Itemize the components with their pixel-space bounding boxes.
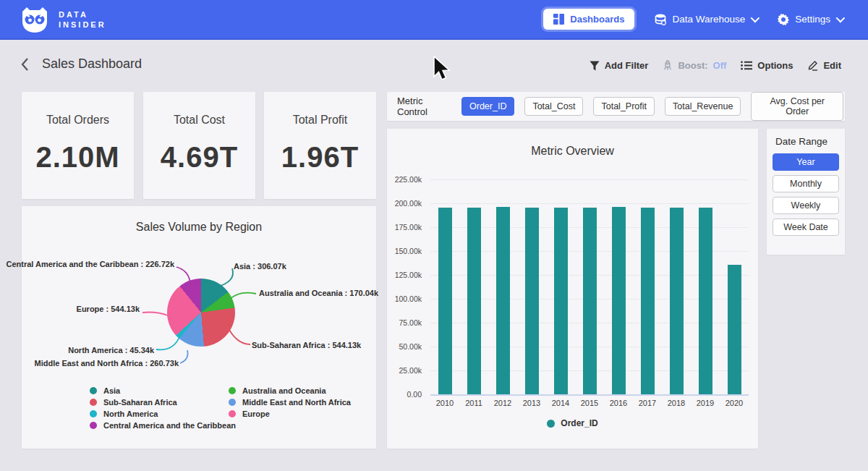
x-tick-label: 2011 bbox=[459, 399, 488, 407]
date-range-title: Date Range bbox=[775, 136, 839, 147]
kpi-card-total-orders: Total Orders 2.10M bbox=[22, 92, 134, 199]
legend-label: Asia bbox=[103, 386, 120, 395]
pie-legend-column-2: Australia and OceaniaMiddle East and Nor… bbox=[229, 385, 351, 420]
legend-dot bbox=[90, 410, 97, 417]
metric-chip-total-revenue[interactable]: Total_Revenue bbox=[665, 97, 741, 116]
y-tick-label: 25.00k bbox=[387, 366, 422, 375]
pie-legend-item[interactable]: Central America and the Caribbean bbox=[90, 420, 236, 431]
pie-callout-middle-east: Middle East and North Africa : 260.73k bbox=[35, 359, 179, 368]
dashboard-grid-icon bbox=[553, 14, 564, 25]
x-tick-label: 2012 bbox=[488, 399, 517, 407]
database-icon bbox=[655, 14, 666, 25]
filter-funnel-icon bbox=[590, 61, 600, 71]
chevron-down-icon bbox=[836, 14, 846, 23]
brand-text: DATA INSIDER bbox=[59, 9, 106, 30]
date-range-weekly-button[interactable]: Weekly bbox=[773, 197, 839, 214]
back-button[interactable] bbox=[20, 57, 29, 72]
y-tick-label: 0.00 bbox=[387, 390, 422, 399]
x-tick-label: 2010 bbox=[430, 399, 459, 407]
dashboards-button[interactable]: Dashboards bbox=[543, 9, 634, 30]
brand-line2: INSIDER bbox=[59, 20, 106, 30]
bar[interactable] bbox=[670, 208, 684, 394]
pie-callout-sub-saharan-africa: Sub-Saharan Africa : 544.13k bbox=[252, 341, 361, 349]
metric-chip-avg-cost-per-order[interactable]: Avg. Cost per Order bbox=[751, 92, 843, 121]
bar[interactable] bbox=[438, 208, 452, 394]
pie-legend-item[interactable]: Middle East and North Africa bbox=[229, 396, 351, 408]
chevron-down-icon bbox=[751, 14, 760, 23]
bar[interactable] bbox=[612, 207, 626, 394]
legend-dot bbox=[229, 399, 236, 406]
pie-legend-item[interactable]: Sub-Saharan Africa bbox=[90, 396, 236, 408]
pie-callout-central-america: Central America and the Caribbean : 226.… bbox=[6, 260, 174, 268]
pie-legend-item[interactable]: North America bbox=[90, 408, 236, 420]
bar[interactable] bbox=[467, 208, 481, 394]
pie-legend-item[interactable]: Asia bbox=[90, 385, 236, 396]
bar[interactable] bbox=[728, 265, 741, 394]
add-filter-label: Add Filter bbox=[605, 60, 649, 71]
bar[interactable] bbox=[699, 208, 712, 394]
boost-label: Boost: bbox=[678, 60, 707, 71]
brand: DATA INSIDER bbox=[20, 6, 106, 33]
metric-control-label: Metric Control bbox=[397, 96, 453, 117]
x-tick-label: 2016 bbox=[604, 399, 633, 407]
settings-label: Settings bbox=[795, 14, 830, 25]
legend-dot bbox=[90, 399, 97, 406]
pie-chart-title: Sales Volume by Region bbox=[22, 206, 376, 234]
kpi-card-total-profit: Total Profit 1.96T bbox=[264, 92, 376, 199]
metric-chip-total-profit[interactable]: Total_Profit bbox=[593, 97, 655, 116]
date-range-monthly-button[interactable]: Monthly bbox=[773, 175, 839, 192]
legend-label: Central America and the Caribbean bbox=[103, 421, 236, 430]
bar-x-axis: 2010201120122013201420152016201720182019… bbox=[430, 399, 749, 407]
bar-chart-legend: Order_ID bbox=[387, 418, 758, 428]
kpi-label: Total Cost bbox=[143, 114, 255, 127]
rocket-icon bbox=[663, 60, 673, 71]
legend-dot bbox=[90, 422, 97, 429]
dashboards-label: Dashboards bbox=[570, 14, 624, 25]
brand-line1: DATA bbox=[59, 9, 106, 20]
bar-series bbox=[430, 179, 749, 394]
y-tick-label: 100.00k bbox=[387, 294, 422, 303]
boost-toggle[interactable]: Boost: Off bbox=[663, 60, 726, 71]
gridline bbox=[430, 394, 749, 396]
date-range-week-date-button[interactable]: Week Date bbox=[773, 218, 839, 236]
kpi-label: Total Orders bbox=[22, 114, 134, 127]
options-label: Options bbox=[757, 60, 793, 71]
top-navbar: DATA INSIDER Dashboards Data Warehouse bbox=[0, 0, 868, 40]
x-tick-label: 2018 bbox=[662, 399, 691, 407]
kpi-value: 1.96T bbox=[264, 141, 376, 174]
metric-chip-total-cost[interactable]: Total_Cost bbox=[524, 97, 583, 116]
y-tick-label: 75.00k bbox=[387, 318, 422, 327]
metric-chip-order-id[interactable]: Order_ID bbox=[461, 97, 514, 116]
edit-button[interactable]: Edit bbox=[807, 60, 841, 71]
bar[interactable] bbox=[496, 207, 510, 394]
pie-legend-column-1: AsiaSub-Saharan AfricaNorth AmericaCentr… bbox=[90, 385, 236, 431]
date-range-year-button[interactable]: Year bbox=[773, 153, 839, 171]
nav-item-data-warehouse[interactable]: Data Warehouse bbox=[655, 14, 757, 25]
pie-chart[interactable] bbox=[167, 279, 235, 347]
bar[interactable] bbox=[583, 208, 597, 394]
kpi-card-total-cost: Total Cost 4.69T bbox=[143, 92, 255, 199]
pie-legend-item[interactable]: Europe bbox=[229, 408, 351, 420]
add-filter-button[interactable]: Add Filter bbox=[590, 60, 649, 71]
bar[interactable] bbox=[641, 208, 655, 394]
y-tick-label: 200.00k bbox=[387, 199, 422, 208]
bar[interactable] bbox=[525, 208, 539, 394]
y-tick-label: 50.00k bbox=[387, 342, 422, 351]
legend-dot bbox=[229, 410, 236, 417]
owl-logo-icon bbox=[20, 6, 50, 33]
legend-dot bbox=[229, 387, 236, 394]
metric-overview-chart-panel: Metric Overview 225.00k200.00k175.00k150… bbox=[387, 129, 758, 449]
nav-item-settings[interactable]: Settings bbox=[778, 14, 843, 25]
boost-value: Off bbox=[713, 60, 727, 71]
data-warehouse-label: Data Warehouse bbox=[672, 14, 745, 25]
y-tick-label: 175.00k bbox=[387, 223, 422, 232]
legend-label: Order_ID bbox=[561, 418, 597, 428]
legend-label: North America bbox=[103, 410, 158, 418]
options-button[interactable]: Options bbox=[741, 60, 793, 71]
legend-label: Middle East and North Africa bbox=[242, 398, 351, 407]
page-title: Sales Dashboard bbox=[42, 56, 142, 72]
bar[interactable] bbox=[554, 208, 568, 394]
pie-legend-item[interactable]: Australia and Oceania bbox=[229, 385, 351, 396]
date-range-panel: Date Range Year Monthly Weekly Week Date bbox=[767, 129, 845, 255]
y-tick-label: 125.00k bbox=[387, 271, 422, 279]
